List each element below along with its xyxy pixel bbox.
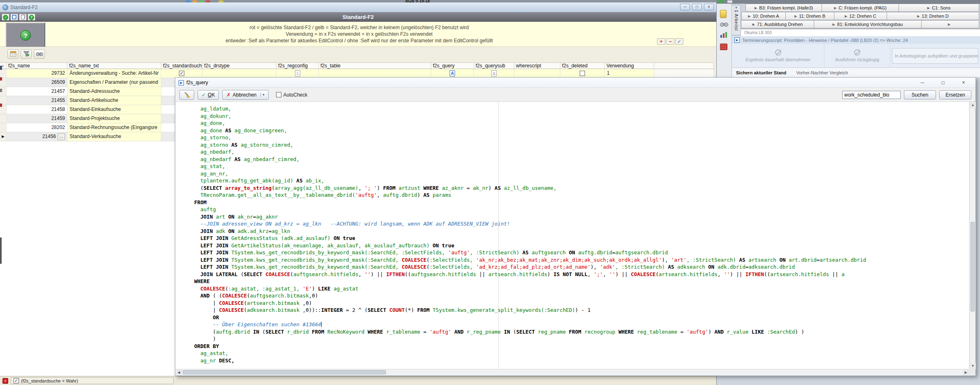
cell-wherescript[interactable] [514, 69, 560, 78]
column-header-f2s_deleted[interactable]: f2s_deleted [560, 63, 605, 69]
machine-tab-10[interactable]: ▶10: Drehen A [741, 12, 786, 20]
scroll-right-arrow[interactable]: ▶ [963, 369, 969, 376]
column-header-f2s_query[interactable]: f2s_query [431, 63, 474, 69]
format-code-button[interactable] [179, 90, 194, 100]
cell-f2s-name-txt[interactable]: Standard-Adresssuche [67, 87, 161, 96]
apply-result-button[interactable]: Ergebnis dauerhaft übernehmen [732, 44, 824, 67]
machine-tab-c1[interactable]: ▶C1: Sons [899, 4, 979, 12]
ok-button[interactable]: ✓ OK [197, 90, 219, 100]
cell-f2s-name-txt[interactable]: Änderungsverwaltung - Suche: Artikel-Nr [67, 69, 161, 78]
machine-tab-71[interactable]: ▶71: Ausbildung Drehen [741, 20, 814, 28]
cell-f2s_regconfig[interactable]: a [276, 69, 319, 78]
cell-f2s-name[interactable]: 21458 [7, 105, 67, 114]
column-header-f2s_name[interactable]: f2s_name [7, 63, 67, 69]
split-operations-button[interactable]: In Arbeitsgänge aufsplitten und gruppier… [890, 44, 980, 67]
table-row[interactable]: 29732Änderungsverwaltung - Suche: Artike… [0, 69, 714, 78]
column-header-f2s_standardsuche[interactable]: f2s_standardsuche [161, 63, 202, 69]
vertical-tab-arbeitsliste[interactable]: ▼ 1 Arbeitsl [732, 5, 741, 35]
vertical-scrollbar[interactable]: ▲ ▼ [969, 102, 975, 369]
help-button[interactable]: ? [20, 30, 31, 41]
filter-button[interactable] [21, 49, 32, 59]
cell-f2s-name[interactable]: 21455 [7, 96, 67, 105]
cell-f2s-name-txt[interactable]: Standard-Artikelsuche [67, 96, 161, 105]
machine-tab-c[interactable]: ▶C: Fräsen kompl. (PAG) [822, 4, 899, 12]
grid-header: ≡f2s_namef2s_name_txtf2s_standardsuchef2… [0, 62, 714, 69]
machine-tab-empty[interactable]: ▶ [922, 20, 979, 28]
cell-f2s_deleted[interactable] [560, 69, 605, 78]
grid-red-icon[interactable] [720, 44, 727, 50]
cell-f2s-name[interactable]: 21459 [7, 114, 67, 123]
post-row-button[interactable]: ✓ [675, 38, 683, 45]
save-current-state-button[interactable]: Sichern aktueller Stand [736, 70, 786, 75]
cell-Verwendung[interactable]: 1 [605, 69, 654, 78]
dialog-maximize-button[interactable]: □ [938, 79, 948, 87]
column-header-Verwendung[interactable]: Verwendung [605, 63, 654, 69]
autocheck-checkbox[interactable] [276, 92, 281, 97]
cell-f2s-name-txt[interactable]: Standard-Rechnungssuche (Eingangsre [67, 123, 161, 132]
cell-f2s_querysub[interactable]: a [474, 69, 514, 78]
search-input[interactable] [842, 91, 901, 99]
dialog-close-button[interactable]: × [958, 79, 969, 87]
scroll-up-arrow[interactable]: ▲ [970, 102, 976, 108]
binoculars-icon[interactable] [720, 21, 728, 27]
undo-run-button[interactable]: Ausführen rückgängig [824, 44, 890, 67]
dialog-titlebar[interactable]: ▶ f2s_query ─ □ × [175, 78, 975, 88]
delete-row-button[interactable]: − [666, 38, 674, 45]
cell-f2s_standardsuche[interactable]: ✓ [161, 69, 202, 78]
vertical-scroll-thumb[interactable] [971, 222, 975, 311]
machine-tab-label: 71: Ausbildung Drehen [757, 22, 803, 27]
machine-tab-12[interactable]: ▶12: Drehen C [834, 12, 887, 20]
cell-f2s-name-txt[interactable]: Standard-Projektsuche [67, 114, 161, 123]
horizontal-scroll-thumb[interactable] [183, 370, 386, 374]
note-icon[interactable] [720, 10, 727, 18]
sql-editor[interactable]: ag_ldatum, ag_dokunr, ag_done, ag_done A… [176, 102, 969, 369]
scroll-left-arrow[interactable]: ◀ [176, 369, 182, 376]
maximize-button[interactable]: □ [692, 4, 702, 10]
add-row-button[interactable]: + [657, 38, 665, 45]
cell-f2s-name[interactable]: 28202 [7, 123, 67, 132]
find-button[interactable]: Suchen [904, 90, 936, 99]
cell-f2s_drstype[interactable] [202, 69, 276, 78]
globe-icon [2, 5, 8, 10]
column-header-f2s_drstype[interactable]: f2s_drstype [202, 63, 276, 69]
open-editor-button[interactable]: … [58, 133, 65, 140]
machine-tab-label: 11: Drehen B [799, 14, 825, 18]
filter-checkbox[interactable]: ✓ [14, 378, 19, 383]
replace-button[interactable]: Ersetzen [939, 90, 971, 99]
search-button[interactable] [34, 49, 45, 59]
cell-f2s-name-txt[interactable]: Standard-Einkaufsuche [67, 105, 161, 114]
column-header-wherescript[interactable]: wherescript [514, 63, 560, 69]
grid-layout-button[interactable] [7, 49, 19, 59]
window-titlebar[interactable]: Standard-F2 ─ □ × [0, 2, 716, 12]
cell-f2s-name-txt[interactable]: Standard-Verkaufsuche [67, 132, 161, 141]
before-after-compare-button[interactable]: Vorher-Nachher Vergleich [796, 70, 848, 75]
machine-tab-13[interactable]: ▶13: Drehen D [887, 12, 979, 20]
close-button[interactable]: × [704, 4, 714, 10]
column-header-f2s_name_txt[interactable]: f2s_name_txt [67, 63, 161, 69]
dialog-minimize-button[interactable]: ─ [917, 79, 928, 87]
column-header-f2s_table[interactable]: f2s_table [319, 63, 431, 69]
cell-f2s_query[interactable]: A [431, 69, 474, 78]
cancel-dropdown[interactable]: ▾ [260, 93, 265, 97]
machine-tab-81[interactable]: ▶81: Entwicklung Vorrichtungsbau [814, 20, 922, 28]
cell-f2s_table[interactable] [319, 69, 431, 78]
column-header-f2s_querysub[interactable]: f2s_querysub [474, 63, 514, 69]
cell-f2s-name[interactable]: 29732 [7, 69, 67, 78]
cell-f2s-name-txt[interactable]: Eigenschaften / Parameter (nur passend [67, 78, 161, 87]
chart-icon[interactable] [720, 32, 727, 38]
machine-tab-b3[interactable]: ▶B3: Fräsen kompl. (Halle3) [745, 4, 822, 12]
cancel-button[interactable]: ✗ Abbrechen ▾ [222, 90, 268, 100]
scroll-down-arrow[interactable]: ▼ [970, 363, 976, 369]
broom-icon [183, 92, 190, 98]
machine-tab-11[interactable]: ▶11: Drehen B [786, 12, 834, 20]
deleted-checkbox[interactable] [580, 71, 585, 76]
minimize-button[interactable]: ─ [680, 4, 690, 10]
standardsuche-checkbox[interactable]: ✓ [179, 71, 184, 76]
column-header-f2s_regconfig[interactable]: f2s_regconfig [276, 63, 319, 69]
code-line: JOIN adk ON adk.ad_krz=ag_lkn [194, 228, 866, 235]
cell-f2s-name[interactable]: 26509 [7, 78, 67, 87]
horizontal-scrollbar[interactable]: ◀ ▶ [176, 369, 969, 375]
autocheck-control[interactable]: AutoCheck [276, 92, 308, 98]
cell-f2s-name[interactable]: 21456… [7, 132, 67, 141]
cell-f2s-name[interactable]: 21457 [7, 87, 67, 96]
